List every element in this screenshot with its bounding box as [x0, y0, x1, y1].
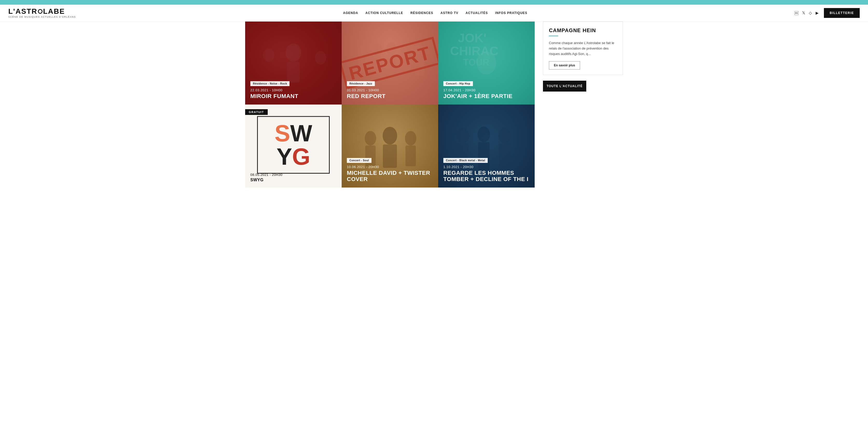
main-nav: AGENDA ACTION CULTURELLE RÉSIDENCES ASTR…	[343, 11, 527, 15]
card-6-content: Concert - Black metal - Metal 1.10.2021 …	[438, 153, 535, 188]
card-2-content: Résidence - Jazz 31.03.2021 - 10H00 RED …	[342, 76, 438, 104]
social-icons-group:  𝕏 ◇ ▶	[795, 11, 819, 15]
card-1-title: MIROIR FUMANT	[250, 93, 337, 99]
card-jokair[interactable]: JOK' CHIRAC TOUR Concert - Hip Hop 17.04…	[438, 22, 535, 104]
card-2-title: RED REPORT	[347, 93, 433, 99]
card-5-date: 10.06.2021 - 20H30	[347, 165, 433, 169]
card-3-title: JOK'AIR + 1ÈRE PARTIE	[443, 93, 529, 99]
sidebar: CAMPAGNE HEIN Comme chaque année L'Astro…	[535, 22, 623, 188]
top-teal-bar	[0, 0, 868, 5]
card-3-content: Concert - Hip Hop 17.04.2021 - 20H30 JOK…	[438, 76, 535, 104]
card-4-title: SWYG	[250, 178, 337, 182]
logo-circle-icon	[38, 9, 42, 14]
logo[interactable]: L'ASTRLABE Scène de musiques actuelles d…	[8, 8, 76, 18]
card-5-content: Concert - Soul 10.06.2021 - 20H30 MICHEL…	[342, 153, 438, 188]
twitter-icon[interactable]: 𝕏	[802, 11, 805, 15]
sidebar-divider	[549, 35, 558, 36]
toute-actualite-button[interactable]: Toute l'actualité	[543, 81, 586, 92]
card-6-title: REGARDE LES HOMMES TOMBER + DECLINE OF T…	[443, 170, 529, 182]
card-2-date: 31.03.2021 - 10H00	[347, 88, 433, 92]
card-1-content: Résidence - Noise - Rock 22.03.2021 - 10…	[245, 76, 342, 104]
card-1-date: 22.03.2021 - 10H00	[250, 88, 337, 92]
cards-area: Résidence - Noise - Rock 22.03.2021 - 10…	[245, 22, 535, 188]
sidebar-learn-more-link[interactable]: En savoir plus	[549, 61, 580, 69]
logo-text: L'ASTRLABE	[8, 8, 76, 15]
card-1-badge: Résidence - Noise - Rock	[250, 81, 289, 86]
nav-action-culturelle[interactable]: ACTION CULTURELLE	[366, 11, 403, 15]
billetterie-button[interactable]: BILLETTERIE	[824, 8, 860, 18]
swyg-w: W	[290, 122, 312, 145]
card-red-report[interactable]: REPORT Résidence - Jazz 31.03.2021 - 10H…	[342, 22, 438, 104]
card-5-badge: Concert - Soul	[347, 158, 371, 163]
main-content: Résidence - Noise - Rock 22.03.2021 - 10…	[237, 22, 631, 198]
cards-row-2: GRATUIT S W Y G 08.05.20	[245, 104, 535, 188]
facebook-icon[interactable]: 	[795, 11, 799, 15]
sidebar-article-text: Comme chaque année L'Astrolabe se fait l…	[543, 40, 623, 61]
site-header: L'ASTRLABE Scène de musiques actuelles d…	[0, 5, 868, 22]
cards-row-1: Résidence - Noise - Rock 22.03.2021 - 10…	[245, 22, 535, 104]
swyg-y: Y	[277, 145, 292, 168]
sidebar-article-card: CAMPAGNE HEIN Comme chaque année L'Astro…	[543, 22, 623, 75]
card-3-date: 17.04.2021 - 20H30	[443, 88, 529, 92]
swyg-s: S	[275, 122, 290, 145]
nav-actualites[interactable]: ACTUALITÉS	[466, 11, 488, 15]
nav-astro-tv[interactable]: ASTRO TV	[440, 11, 458, 15]
swyg-g: G	[292, 145, 310, 168]
card-swyg[interactable]: GRATUIT S W Y G 08.05.20	[245, 104, 342, 188]
nav-agenda[interactable]: AGENDA	[343, 11, 358, 15]
card-6-badge: Concert - Black metal - Metal	[443, 158, 488, 163]
card-miroir-fumant[interactable]: Résidence - Noise - Rock 22.03.2021 - 10…	[245, 22, 342, 104]
nav-infos-pratiques[interactable]: INFOS PRATIQUES	[495, 11, 527, 15]
card-2-badge: Résidence - Jazz	[347, 81, 375, 86]
gratuit-badge: GRATUIT	[245, 109, 268, 115]
card-6-date: 1.10.2021 - 20H30	[443, 165, 529, 169]
card-3-badge: Concert - Hip Hop	[443, 81, 473, 86]
youtube-icon[interactable]: ▶	[815, 11, 819, 15]
nav-residences[interactable]: RÉSIDENCES	[410, 11, 433, 15]
sidebar-article-title: CAMPAGNE HEIN	[543, 22, 623, 35]
card-5-title: MICHELLE DAVID + TWISTER COVER	[347, 170, 433, 182]
instagram-icon[interactable]: ◇	[809, 11, 812, 15]
logo-subtitle: Scène de musiques actuelles d'Orléans	[8, 15, 76, 18]
card-regarde-hommes[interactable]: Concert - Black metal - Metal 1.10.2021 …	[438, 104, 535, 188]
card-michelle-david[interactable]: Concert - Soul 10.06.2021 - 20H30 MICHEL…	[342, 104, 438, 188]
